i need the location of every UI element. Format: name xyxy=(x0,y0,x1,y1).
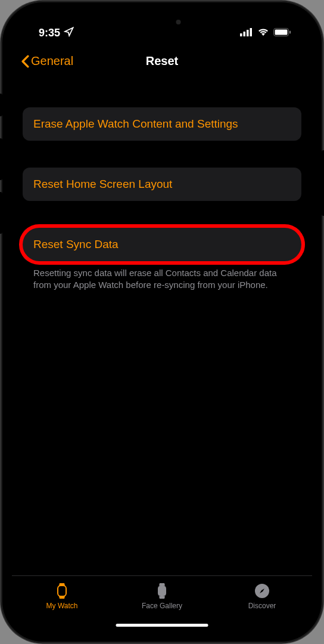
status-time: 9:35 xyxy=(39,27,60,39)
side-switch xyxy=(0,94,2,116)
svg-rect-3 xyxy=(250,28,253,36)
erase-content-button[interactable]: Erase Apple Watch Content and Settings xyxy=(23,107,301,141)
battery-icon xyxy=(273,27,291,39)
notch xyxy=(92,12,232,32)
tab-face-gallery-label: Face Gallery xyxy=(142,602,182,610)
svg-rect-1 xyxy=(244,32,246,36)
svg-rect-2 xyxy=(247,30,249,36)
reset-home-button[interactable]: Reset Home Screen Layout xyxy=(23,168,301,201)
location-icon xyxy=(64,27,74,40)
back-button[interactable]: General xyxy=(21,54,73,68)
tab-discover-label: Discover xyxy=(248,602,276,610)
tab-discover[interactable]: Discover xyxy=(212,582,312,632)
phone-frame: 9:35 xyxy=(1,1,323,643)
volume-up xyxy=(0,138,2,180)
compass-icon xyxy=(253,582,271,600)
tab-my-watch-label: My Watch xyxy=(46,602,78,610)
reset-sync-label: Reset Sync Data xyxy=(33,238,119,250)
screen: 9:35 xyxy=(12,12,312,632)
watch-icon xyxy=(53,582,71,600)
svg-rect-0 xyxy=(240,33,242,36)
footer-description: Resetting sync data will erase all Conta… xyxy=(23,261,301,292)
svg-rect-8 xyxy=(158,586,166,596)
nav-bar: General Reset xyxy=(12,45,312,78)
reset-sync-button[interactable]: Reset Sync Data xyxy=(23,228,301,261)
face-gallery-icon xyxy=(153,582,171,600)
cellular-icon xyxy=(240,27,253,39)
svg-rect-6 xyxy=(289,31,291,34)
back-label: General xyxy=(31,54,73,68)
volume-down xyxy=(0,192,2,234)
reset-home-label: Reset Home Screen Layout xyxy=(33,178,172,190)
power-button xyxy=(322,150,324,216)
tab-my-watch[interactable]: My Watch xyxy=(12,582,112,632)
svg-rect-7 xyxy=(58,586,66,596)
home-indicator[interactable] xyxy=(116,624,208,627)
erase-content-label: Erase Apple Watch Content and Settings xyxy=(33,117,238,130)
page-title: Reset xyxy=(146,54,178,68)
svg-rect-5 xyxy=(275,30,288,35)
chevron-left-icon xyxy=(21,55,30,68)
wifi-icon xyxy=(257,27,269,39)
